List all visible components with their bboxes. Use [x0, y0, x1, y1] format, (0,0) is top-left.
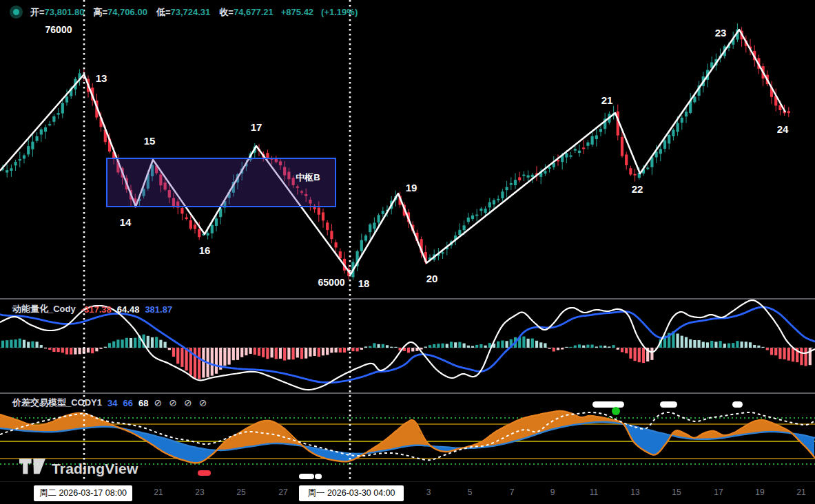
candle-body	[582, 147, 585, 149]
time-tick-label: 13	[630, 487, 639, 497]
osc-hist-bar	[450, 342, 453, 348]
ohlc-legend[interactable]: 开=73,801.80 高=74,706.00 低=73,724.31 收=74…	[10, 6, 360, 19]
osc-hist-bar	[437, 344, 440, 348]
tradingview-watermark[interactable]: TradingView	[19, 459, 138, 479]
osc-hist-bar	[574, 346, 577, 348]
osc-hist-bar	[591, 345, 594, 348]
ribbon-fill-orange	[0, 413, 121, 432]
osc-hist-bar	[356, 348, 359, 351]
candle-body	[672, 130, 674, 136]
osc-hist-bar	[553, 348, 555, 352]
candle-body	[514, 180, 517, 185]
osc-hist-bar	[147, 336, 149, 348]
osc-hist-bar	[458, 342, 461, 348]
candle-body	[497, 199, 499, 200]
time-tick-label: 21	[154, 487, 163, 497]
osc-hist-bar	[19, 339, 21, 348]
candle-body	[646, 167, 649, 169]
time-tick-label: 9	[550, 487, 555, 497]
osc-hist-bar	[318, 348, 320, 357]
candle-body	[484, 209, 487, 213]
candle-body	[501, 191, 504, 198]
ohlc-change-pct: (+1.19%)	[321, 7, 358, 17]
ohlc-low: 低=73,724.31	[155, 6, 213, 19]
osc-hist-bar	[155, 337, 158, 348]
osc-hist-bar	[745, 342, 747, 348]
osc-hist-bar	[313, 348, 316, 356]
time-tick-label: 27	[278, 487, 287, 497]
osc-hist-bar	[407, 348, 410, 353]
candles	[1, 23, 790, 280]
candle-body	[471, 216, 474, 219]
candle-body	[57, 113, 60, 114]
osc-hist-bar	[698, 340, 701, 348]
osc-hist-bar	[778, 348, 781, 359]
trading-chart-window: 开=73,801.80 高=74,706.00 低=73,724.31 收=74…	[0, 0, 815, 504]
osc-hist-bar	[292, 348, 295, 359]
osc-hist-bar	[326, 348, 329, 355]
osc-hist-bar	[364, 346, 367, 348]
osc-hist-bar	[527, 339, 530, 348]
time-tick-label: 23	[195, 487, 204, 497]
osc-hist-bar	[578, 344, 581, 348]
osc-hist-bar	[634, 348, 637, 361]
indicator-spread-title: 价差交易模型_CODY1	[12, 397, 102, 409]
osc-hist-bar	[240, 348, 243, 357]
osc-hist-bar	[271, 348, 274, 357]
candle-body	[668, 135, 670, 144]
candle-body	[61, 103, 64, 114]
osc-hist-bar	[774, 348, 777, 355]
osc-hist-bar	[621, 348, 623, 352]
candle-body	[591, 136, 594, 145]
osc-hist-bar	[61, 348, 64, 353]
osc-hist-bar	[693, 340, 696, 348]
indicator-momentum-header[interactable]: 动能量化_Cody -317.38 64.48 381.87	[12, 303, 172, 315]
candle-body	[565, 153, 568, 157]
ohlc-high: 高=74,706.00	[92, 6, 149, 19]
osc-hist-bar	[650, 348, 653, 360]
osc-hist-bar	[741, 342, 743, 348]
chart-canvas[interactable]	[0, 0, 815, 504]
osc-hist-bar	[544, 343, 546, 348]
indicator-spread-header[interactable]: 价差交易模型_CODY1 34 66 68 ⊘ ⊘ ⊘ ⊘	[12, 397, 208, 409]
osc-hist-bar	[57, 348, 60, 352]
osc-hist-bar	[65, 348, 68, 355]
osc-hist-bar	[617, 348, 619, 350]
osc-hist-bar	[446, 344, 448, 348]
crosshair-lines	[84, 0, 350, 482]
osc-hist-bar	[159, 340, 162, 348]
osc-hist-bar	[454, 342, 457, 348]
candle-body	[488, 202, 491, 208]
candle-body	[544, 171, 546, 174]
ribbon-panel	[0, 411, 815, 464]
osc-hist-bar	[386, 345, 389, 348]
ohlc-close: 收=74,677.21	[218, 6, 276, 19]
candle-body	[180, 208, 183, 213]
osc-hist-bar	[805, 348, 807, 366]
osc-hist-bar	[275, 348, 278, 359]
osc-hist-bar	[582, 346, 585, 348]
osc-hist-bar	[689, 339, 692, 348]
osc-hist-bar	[48, 348, 51, 350]
osc-hist-bar	[369, 346, 371, 348]
candle-body	[215, 218, 218, 226]
zigzag	[0, 30, 785, 274]
osc-hist-bar	[442, 344, 444, 348]
white-pill-marker	[592, 401, 624, 408]
osc-hist-bar	[787, 348, 790, 361]
candle-body	[578, 151, 581, 153]
candle-body	[335, 242, 338, 247]
ohlc-change: +875.42	[281, 7, 313, 17]
osc-hist-bar	[685, 337, 688, 348]
center-box-label: 中枢B	[296, 171, 320, 184]
indicator-spread-value3: 68	[138, 398, 148, 408]
time-axis[interactable]: 周二 2026-03-17 08:00 周一 2026-03-30 04:00 …	[0, 482, 815, 504]
osc-hist-bar	[27, 342, 30, 348]
white-pill-marker	[732, 401, 743, 408]
candle-body	[663, 140, 666, 149]
osc-hist-bar	[309, 348, 311, 357]
osc-hist-bar	[390, 347, 393, 348]
osc-hist-bar	[296, 348, 299, 357]
osc-hist-bar	[202, 348, 205, 378]
osc-hist-bar	[104, 347, 107, 348]
